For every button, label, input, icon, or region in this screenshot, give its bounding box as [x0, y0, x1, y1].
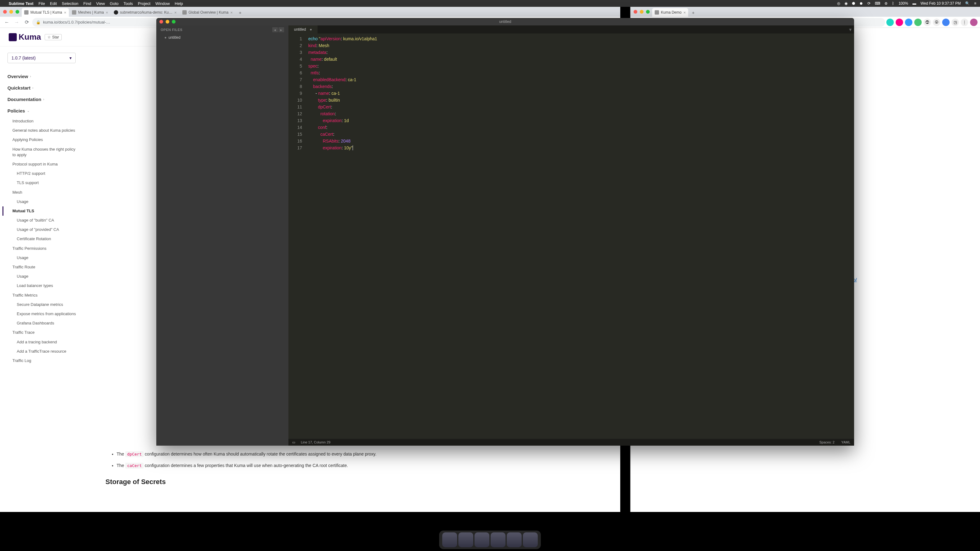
nav-traffic-metrics[interactable]: Traffic Metrics	[8, 291, 80, 300]
menubar-file[interactable]: File	[38, 1, 45, 6]
window-maximize[interactable]	[16, 10, 19, 14]
window-minimize[interactable]	[9, 10, 13, 14]
nav-http2[interactable]: HTTP/2 support	[8, 169, 80, 178]
nav-documentation[interactable]: Documentation›	[8, 94, 80, 105]
window-maximize[interactable]	[172, 20, 175, 24]
nav-tls-support[interactable]: TLS support	[8, 178, 80, 187]
nav-grafana[interactable]: Grafana Dashboards	[8, 319, 80, 328]
dock-app-icon[interactable]	[491, 532, 506, 547]
sidebar-forward-button[interactable]: ▸	[278, 27, 284, 32]
nav-traffic-trace[interactable]: Traffic Trace	[8, 328, 80, 337]
menubar-project[interactable]: Project	[138, 1, 150, 6]
window-minimize[interactable]	[640, 10, 644, 14]
extension-icon[interactable]: ⓵	[924, 19, 931, 26]
dock-app-icon[interactable]	[474, 532, 489, 547]
code-editor[interactable]: 1234567891011121314151617 echo "apiVersi…	[288, 33, 854, 439]
sidebar-back-button[interactable]: ◂	[272, 27, 278, 32]
menubar-icon[interactable]: ⟳	[867, 1, 870, 6]
syntax-mode[interactable]: YAML	[842, 440, 850, 444]
bluetooth-icon[interactable]: ᛒ	[892, 1, 894, 6]
menubar-icon[interactable]: ◉	[845, 1, 848, 6]
forward-button[interactable]: →	[13, 18, 21, 27]
window-close[interactable]	[3, 10, 7, 14]
nav-expose-metrics[interactable]: Expose metrics from applications	[8, 309, 80, 319]
extension-icon[interactable]: ◳	[951, 19, 959, 26]
nav-usage[interactable]: Usage	[8, 272, 80, 281]
browser-tab-meshes[interactable]: Meshes | Kuma ×	[70, 8, 111, 17]
menubar-tools[interactable]: Tools	[123, 1, 133, 6]
code-content[interactable]: echo "apiVersion: kuma.io/v1alpha1kind: …	[305, 33, 854, 439]
menubar-icon[interactable]: ⏺	[859, 1, 863, 6]
window-close[interactable]	[159, 20, 163, 24]
nav-secure-dp[interactable]: Secure Dataplane metrics	[8, 300, 80, 309]
wifi-icon[interactable]: ⊚	[885, 1, 888, 6]
extension-icon[interactable]	[896, 19, 903, 26]
menubar-help[interactable]: Help	[175, 1, 183, 6]
nav-traffic-route[interactable]: Traffic Route	[8, 262, 80, 272]
extension-icon[interactable]: ⋮	[961, 19, 968, 26]
battery-icon[interactable]: 100%	[899, 1, 908, 6]
editor-tab-untitled[interactable]: untitled ●	[288, 25, 318, 33]
dock-app-icon[interactable]	[507, 532, 522, 547]
sublime-titlebar[interactable]: untitled	[156, 18, 854, 25]
menubar-edit[interactable]: Edit	[50, 1, 57, 6]
menubar-selection[interactable]: Selection	[62, 1, 78, 6]
menubar-clock[interactable]: Wed Feb 10 9:37:37 PM	[920, 1, 961, 6]
nav-builtin-ca[interactable]: Usage of "builtin" CA	[8, 216, 80, 225]
nav-usage[interactable]: Usage	[8, 197, 80, 206]
browser-tab-github[interactable]: subnetmarco/kuma-demo: Ku… ×	[111, 8, 179, 17]
kuma-logo[interactable]: Kuma	[9, 32, 41, 42]
open-file-item[interactable]: ●untitled	[156, 34, 288, 41]
menubar-find[interactable]: Find	[83, 1, 91, 6]
spotlight-icon[interactable]: 🔍	[965, 1, 970, 6]
nav-quickstart[interactable]: Quickstart›	[8, 82, 80, 94]
tab-close-icon[interactable]: ×	[174, 10, 177, 15]
nav-lb-types[interactable]: Load balancer types	[8, 281, 80, 291]
profile-icon[interactable]	[970, 19, 977, 26]
extension-icon[interactable]	[905, 19, 912, 26]
console-icon[interactable]: ▭	[292, 440, 295, 445]
extension-icon[interactable]	[886, 19, 894, 26]
nav-overview[interactable]: Overview›	[8, 71, 80, 82]
nav-usage[interactable]: Usage	[8, 253, 80, 262]
notification-icon[interactable]: ≡	[974, 1, 976, 6]
browser-tab-demo[interactable]: Kuma Demo ×	[652, 8, 688, 17]
menubar-app-name[interactable]: Sublime Text	[9, 1, 33, 6]
minimap[interactable]	[823, 33, 854, 439]
extension-icon[interactable]	[914, 19, 922, 26]
nav-general-notes[interactable]: General notes about Kuma policies	[8, 126, 80, 135]
browser-tab-mtls[interactable]: Mutual TLS | Kuma ×	[22, 8, 69, 17]
menubar-window[interactable]: Window	[155, 1, 170, 6]
nav-traffic-log[interactable]: Traffic Log	[8, 356, 80, 365]
nav-introduction[interactable]: Introduction	[8, 116, 80, 126]
tab-close-icon[interactable]: ×	[231, 10, 233, 15]
browser-tab-overview[interactable]: Global Overview | Kuma ×	[180, 8, 235, 17]
window-maximize[interactable]	[646, 10, 650, 14]
nav-cert-rotation[interactable]: Certificate Rotation	[8, 234, 80, 244]
menubar-icon[interactable]: ◎	[837, 1, 840, 6]
nav-mesh[interactable]: Mesh	[8, 188, 80, 197]
extension-icon[interactable]	[942, 19, 950, 26]
reload-button[interactable]: ⟳	[22, 18, 31, 27]
nav-how-chooses[interactable]: How Kuma chooses the right policy to app…	[8, 145, 80, 160]
nav-mutual-tls[interactable]: Mutual TLS	[3, 206, 80, 216]
menubar-view[interactable]: View	[96, 1, 105, 6]
extension-icon[interactable]: ⦿	[933, 19, 940, 26]
new-tab-button[interactable]: +	[236, 8, 244, 17]
tab-close-icon[interactable]: ×	[64, 10, 66, 15]
window-minimize[interactable]	[165, 20, 169, 24]
nav-protocol-support[interactable]: Protocol support in Kuma	[8, 160, 80, 169]
nav-add-resource[interactable]: Add a TrafficTrace resource	[8, 347, 80, 356]
window-close[interactable]	[633, 10, 637, 14]
cursor-position[interactable]: Line 17, Column 29	[301, 440, 330, 444]
github-star-button[interactable]: ☆ Star	[45, 34, 62, 40]
menubar-icon[interactable]: ⌨	[875, 1, 880, 6]
back-button[interactable]: ←	[3, 18, 11, 27]
tab-close-icon[interactable]: ×	[684, 10, 686, 15]
dock-app-icon[interactable]	[442, 532, 457, 547]
indent-settings[interactable]: Spaces: 2	[819, 440, 835, 444]
nav-provided-ca[interactable]: Usage of "provided" CA	[8, 225, 80, 234]
dock-app-icon[interactable]	[458, 532, 473, 547]
new-tab-button[interactable]: +	[689, 8, 697, 17]
tab-dropdown-icon[interactable]: ▾	[846, 25, 854, 33]
